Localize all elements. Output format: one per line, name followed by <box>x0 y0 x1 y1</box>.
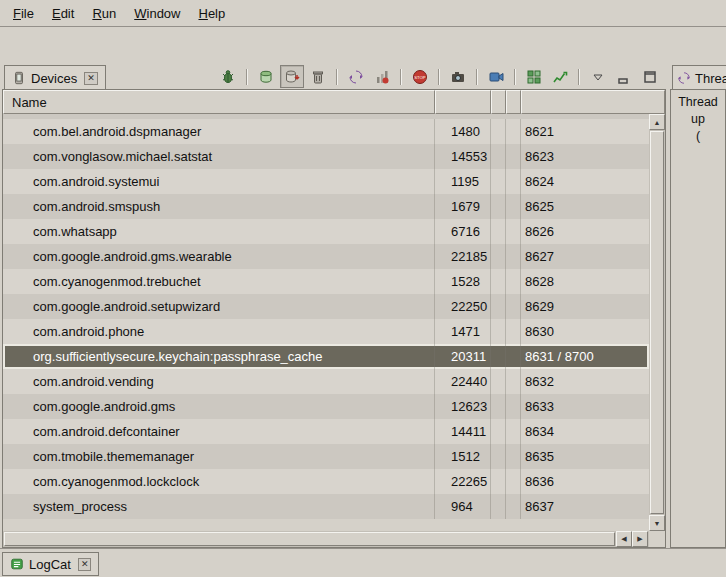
spacer-cell <box>506 269 521 294</box>
systrace-icon[interactable] <box>548 65 572 88</box>
menu-run[interactable]: Run <box>83 3 125 24</box>
close-icon[interactable]: ✕ <box>84 72 98 85</box>
spacer-cell <box>506 244 521 269</box>
spacer-cell <box>506 219 521 244</box>
table-row[interactable]: com.android.smspush16798625 <box>3 194 649 219</box>
port-cell: 8625 <box>521 194 649 219</box>
spacer-cell <box>491 119 506 144</box>
vertical-scrollbar[interactable]: ▲ ▼ <box>649 114 665 531</box>
tab-devices-label: Devices <box>31 71 77 86</box>
table-row[interactable]: com.whatsapp67168626 <box>3 219 649 244</box>
spacer-cell <box>491 244 506 269</box>
view-menu-icon[interactable] <box>586 65 610 88</box>
table-row[interactable]: com.cyanogenmod.lockclock222658636 <box>3 469 649 494</box>
horizontal-scrollbar[interactable]: ◀ ▶ <box>3 531 649 547</box>
table-row[interactable]: com.google.android.gms.wearable221858627 <box>3 244 649 269</box>
devices-panel: Devices ✕ STOP Name com.bel.android.dspm… <box>2 62 666 548</box>
scroll-down-icon[interactable]: ▼ <box>649 515 665 531</box>
process-name-cell: com.android.vending <box>3 369 435 394</box>
menubar: FileEditRunWindowHelp <box>0 0 726 27</box>
pid-cell: 14411 <box>435 419 491 444</box>
port-cell: 8629 <box>521 294 649 319</box>
tab-logcat[interactable]: LogCat ✕ <box>2 552 99 576</box>
column-header-port[interactable] <box>521 90 665 114</box>
scrollbar-corner <box>649 531 665 547</box>
table-row[interactable]: com.cyanogenmod.trebuchet15288628 <box>3 269 649 294</box>
dump-hprof-icon[interactable] <box>280 65 304 88</box>
table-row[interactable]: com.android.vending224408632 <box>3 369 649 394</box>
spacer-cell <box>491 144 506 169</box>
maximize-icon[interactable] <box>638 65 662 88</box>
horizontal-scroll-thumb[interactable] <box>4 532 615 546</box>
spacer-cell <box>491 419 506 444</box>
update-heap-icon[interactable] <box>254 65 278 88</box>
column-header-name-label: Name <box>12 95 47 110</box>
minimize-icon[interactable] <box>612 65 636 88</box>
toolbar-separator <box>438 69 440 85</box>
column-header-spacer-2[interactable] <box>506 90 521 114</box>
process-name-cell: com.google.android.gms <box>3 394 435 419</box>
update-threads-icon[interactable] <box>344 65 368 88</box>
spacer-cell <box>491 494 506 519</box>
threads-placeholder-line: Thread up <box>671 94 725 128</box>
column-header-name[interactable]: Name <box>3 90 435 114</box>
pid-cell: 1480 <box>435 119 491 144</box>
scroll-right-icon[interactable]: ▶ <box>632 531 648 547</box>
port-cell: 8630 <box>521 319 649 344</box>
threads-tabbar: Threa <box>670 62 726 89</box>
table-row[interactable]: com.android.defcontainer144118634 <box>3 419 649 444</box>
stop-process-icon[interactable]: STOP <box>408 65 432 88</box>
process-name-cell: com.android.systemui <box>3 169 435 194</box>
screen-record-icon[interactable] <box>484 65 508 88</box>
table-row[interactable]: com.tmobile.thememanager15128635 <box>3 444 649 469</box>
logcat-icon <box>10 557 24 571</box>
spacer-cell <box>506 119 521 144</box>
spacer-cell <box>491 194 506 219</box>
spacer-cell <box>491 369 506 394</box>
menu-window[interactable]: Window <box>125 3 189 24</box>
cause-gc-icon[interactable] <box>306 65 330 88</box>
devices-content: Name com.bel.android.dspmanager14808621c… <box>2 89 666 548</box>
close-icon[interactable]: ✕ <box>78 558 92 571</box>
threads-icon <box>677 71 691 85</box>
spacer-cell <box>506 444 521 469</box>
spacer-cell <box>491 319 506 344</box>
pid-cell: 1679 <box>435 194 491 219</box>
threads-placeholder-line: ( <box>671 128 725 145</box>
debug-icon[interactable] <box>216 65 240 88</box>
column-header-spacer-1[interactable] <box>491 90 506 114</box>
table-row[interactable]: com.vonglasow.michael.satstat145538623 <box>3 144 649 169</box>
table-row[interactable]: com.bel.android.dspmanager14808621 <box>3 119 649 144</box>
method-profiling-icon[interactable] <box>370 65 394 88</box>
pid-cell: 1528 <box>435 269 491 294</box>
menu-file[interactable]: File <box>4 3 43 24</box>
table-row[interactable]: com.google.android.gms126238633 <box>3 394 649 419</box>
process-name-cell: com.android.smspush <box>3 194 435 219</box>
menu-edit[interactable]: Edit <box>43 3 83 24</box>
table-row-selected[interactable]: org.sufficientlysecure.keychain:passphra… <box>3 344 649 369</box>
capture-view-icon[interactable] <box>522 65 546 88</box>
table-row[interactable]: system_process9648637 <box>3 494 649 519</box>
port-cell: 8626 <box>521 219 649 244</box>
table-row[interactable]: com.android.systemui11958624 <box>3 169 649 194</box>
column-header-pid[interactable] <box>435 90 491 114</box>
scroll-up-icon[interactable]: ▲ <box>649 114 665 130</box>
toolbar-separator <box>514 69 516 85</box>
pid-cell: 1195 <box>435 169 491 194</box>
process-name-cell: com.bel.android.dspmanager <box>3 119 435 144</box>
devices-toolbar: STOP <box>216 65 662 88</box>
table-header: Name <box>3 90 665 114</box>
scroll-left-icon[interactable]: ◀ <box>616 531 632 547</box>
spacer-cell <box>491 294 506 319</box>
spacer-cell <box>491 394 506 419</box>
screen-capture-icon[interactable] <box>446 65 470 88</box>
vertical-scroll-thumb[interactable] <box>650 131 664 514</box>
process-name-cell: system_process <box>3 494 435 519</box>
menu-help[interactable]: Help <box>189 3 234 24</box>
pid-cell: 22250 <box>435 294 491 319</box>
table-row[interactable]: com.google.android.setupwizard222508629 <box>3 294 649 319</box>
tab-devices[interactable]: Devices ✕ <box>4 65 106 90</box>
tab-threads[interactable]: Threa <box>672 65 726 90</box>
table-row[interactable]: com.android.phone14718630 <box>3 319 649 344</box>
spacer-cell <box>506 319 521 344</box>
